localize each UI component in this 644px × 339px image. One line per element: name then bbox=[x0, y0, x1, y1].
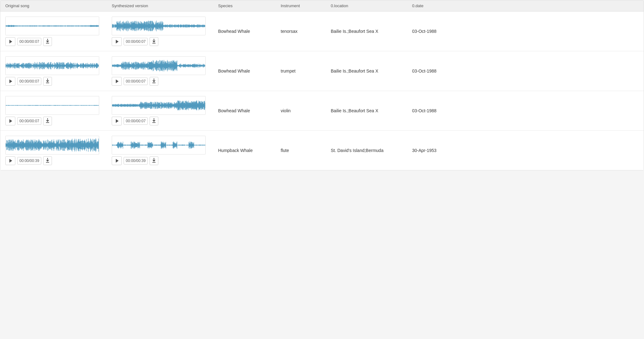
synth-time-2: 00:00/00:07 bbox=[124, 117, 148, 125]
synth-download-button-2[interactable] bbox=[150, 117, 158, 125]
col-species: Species bbox=[218, 3, 281, 8]
location-cell-3: St. David's Island;Bermuda bbox=[331, 148, 412, 153]
original-audio-cell-1: 00:00/00:07 bbox=[5, 56, 112, 86]
original-audio-cell-2: 00:00/00:07 bbox=[5, 96, 112, 125]
table-header: Original song Synthesized version Specie… bbox=[0, 0, 644, 12]
species-cell-3: Humpback Whale bbox=[218, 148, 281, 153]
table-row: 00:00/00:0700:00/00:07Bowhead Whalevioli… bbox=[0, 91, 644, 131]
original-audio-cell-0: 00:00/00:07 bbox=[5, 17, 112, 46]
synth-time-3: 00:00/00:39 bbox=[124, 157, 148, 164]
location-cell-1: Bailie Is.;Beaufort Sea X bbox=[331, 68, 412, 73]
original-waveform-3 bbox=[5, 136, 99, 154]
data-table: Original song Synthesized version Specie… bbox=[0, 0, 644, 170]
original-waveform-1 bbox=[5, 56, 99, 75]
synth-waveform-0 bbox=[112, 17, 206, 35]
table-row: 00:00/00:0700:00/00:07Bowhead Whaletenor… bbox=[0, 12, 644, 51]
instrument-cell-0: tenorsax bbox=[281, 29, 331, 34]
location-cell-2: Bailie Is.;Beaufort Sea X bbox=[331, 108, 412, 113]
original-waveform-2 bbox=[5, 96, 99, 115]
original-time-0: 00:00/00:07 bbox=[17, 38, 41, 45]
col-synthesized: Synthesized version bbox=[112, 3, 218, 8]
table-body: 00:00/00:0700:00/00:07Bowhead Whaletenor… bbox=[0, 12, 644, 170]
species-cell-1: Bowhead Whale bbox=[218, 68, 281, 73]
date-cell-0: 03-Oct-1988 bbox=[412, 29, 462, 34]
synth-waveform-3 bbox=[112, 136, 206, 154]
original-audio-cell-3: 00:00/00:39 bbox=[5, 136, 112, 165]
col-instrument: Instrument bbox=[281, 3, 331, 8]
original-download-button-0[interactable] bbox=[43, 37, 52, 46]
synth-audio-cell-0: 00:00/00:07 bbox=[112, 17, 218, 46]
instrument-cell-3: flute bbox=[281, 148, 331, 153]
synth-waveform-1 bbox=[112, 56, 206, 75]
synth-play-button-3[interactable] bbox=[112, 156, 122, 165]
original-download-button-1[interactable] bbox=[43, 77, 52, 86]
instrument-cell-2: violin bbox=[281, 108, 331, 113]
synth-download-button-3[interactable] bbox=[150, 156, 158, 165]
date-cell-1: 03-Oct-1988 bbox=[412, 68, 462, 73]
original-play-button-1[interactable] bbox=[5, 77, 15, 86]
synth-waveform-2 bbox=[112, 96, 206, 115]
synth-play-button-1[interactable] bbox=[112, 77, 122, 86]
synth-time-1: 00:00/00:07 bbox=[124, 78, 148, 85]
synth-play-button-2[interactable] bbox=[112, 117, 122, 125]
synth-play-button-0[interactable] bbox=[112, 37, 122, 46]
synth-audio-cell-2: 00:00/00:07 bbox=[112, 96, 218, 125]
original-time-1: 00:00/00:07 bbox=[17, 78, 41, 85]
original-play-button-2[interactable] bbox=[5, 117, 15, 125]
original-time-2: 00:00/00:07 bbox=[17, 117, 41, 125]
original-download-button-3[interactable] bbox=[43, 156, 52, 165]
original-download-button-2[interactable] bbox=[43, 117, 52, 125]
col-original-song: Original song bbox=[5, 3, 112, 8]
synth-download-button-1[interactable] bbox=[150, 77, 158, 86]
species-cell-0: Bowhead Whale bbox=[218, 29, 281, 34]
synth-download-button-0[interactable] bbox=[150, 37, 158, 46]
col-date: 0.date bbox=[412, 3, 462, 8]
synth-audio-cell-1: 00:00/00:07 bbox=[112, 56, 218, 86]
synth-audio-cell-3: 00:00/00:39 bbox=[112, 136, 218, 165]
original-time-3: 00:00/00:39 bbox=[17, 157, 41, 164]
date-cell-2: 03-Oct-1988 bbox=[412, 108, 462, 113]
species-cell-2: Bowhead Whale bbox=[218, 108, 281, 113]
original-waveform-0 bbox=[5, 17, 99, 35]
table-row: 00:00/00:0700:00/00:07Bowhead Whaletrump… bbox=[0, 51, 644, 91]
location-cell-0: Bailie Is.;Beaufort Sea X bbox=[331, 29, 412, 34]
instrument-cell-1: trumpet bbox=[281, 68, 331, 73]
table-row: 00:00/00:3900:00/00:39Humpback Whaleflut… bbox=[0, 131, 644, 170]
col-location: 0.location bbox=[331, 3, 412, 8]
synth-time-0: 00:00/00:07 bbox=[124, 38, 148, 45]
original-play-button-0[interactable] bbox=[5, 37, 15, 46]
original-play-button-3[interactable] bbox=[5, 156, 15, 165]
date-cell-3: 30-Apr-1953 bbox=[412, 148, 462, 153]
